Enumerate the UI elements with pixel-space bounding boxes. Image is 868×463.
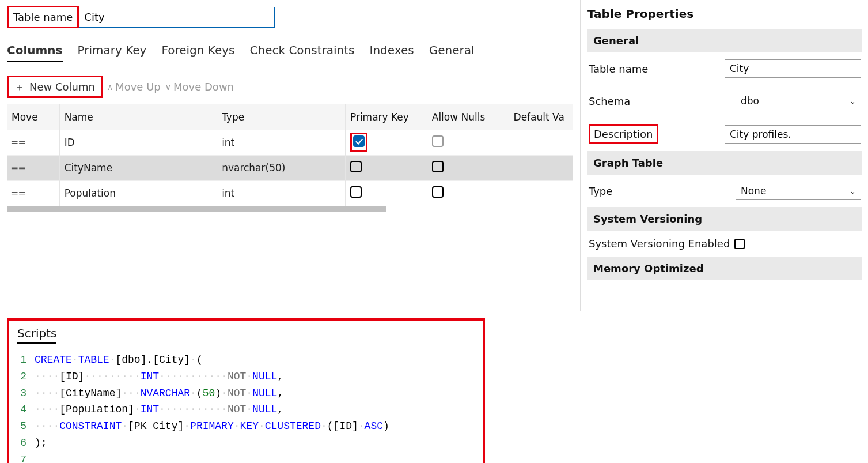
prop-schema-select[interactable]: dbo ⌄ [736,92,861,110]
scrollbar-thumb[interactable] [7,206,386,212]
tab-check-constraints[interactable]: Check Constraints [250,43,355,62]
prop-description-label: Description [589,124,658,144]
nulls-checkbox[interactable] [432,186,444,198]
move-up-button[interactable]: ∧ Move Up [107,81,161,93]
horizontal-scrollbar[interactable] [7,206,386,212]
cell-type[interactable]: int [217,130,346,155]
header-pk: Primary Key [345,104,427,130]
move-down-button[interactable]: ∨ Move Down [165,81,234,93]
prop-table-name-label: Table name [589,63,725,75]
pk-checkbox[interactable] [350,186,362,198]
cell-name[interactable]: ID [59,130,217,155]
scripts-panel: Scripts 1CREATE·TABLE·[dbo].[City]·( 2··… [7,318,485,463]
tab-columns[interactable]: Columns [7,43,63,62]
pk-checkbox[interactable] [350,161,362,172]
section-general: General [587,29,862,52]
columns-grid: Move Name Type Primary Key Allow Nulls D… [7,104,573,206]
properties-title: Table Properties [587,7,862,21]
header-row: Move Name Type Primary Key Allow Nulls D… [7,104,573,130]
section-system-versioning: System Versioning [587,207,862,231]
table-row[interactable]: ══ CityName nvarchar(50) [7,155,573,180]
script-editor[interactable]: 1CREATE·TABLE·[dbo].[City]·( 2····[ID]··… [17,352,475,463]
grip-icon[interactable]: ══ [12,187,26,199]
table-name-input[interactable] [79,7,275,28]
tab-indexes[interactable]: Indexes [370,43,414,62]
plus-icon: ＋ [14,82,25,92]
tab-general[interactable]: General [429,43,475,62]
tab-foreign-keys[interactable]: Foreign Keys [161,43,234,62]
prop-schema-label: Schema [589,95,736,107]
grip-icon[interactable]: ══ [12,162,26,174]
pk-checkbox[interactable] [353,135,365,147]
new-column-button[interactable]: ＋ New Column [7,76,103,98]
cell-type[interactable]: int [217,180,346,206]
nulls-checkbox[interactable] [432,135,444,147]
scripts-tab[interactable]: Scripts [17,326,56,344]
cell-default[interactable] [509,180,573,206]
cell-name[interactable]: Population [59,180,217,206]
sysver-checkbox[interactable] [734,239,745,249]
table-name-label: Table name [7,6,79,28]
prop-type-label: Type [589,185,736,197]
section-memory-optimized: Memory Optimized [587,257,862,280]
tab-primary-key[interactable]: Primary Key [78,43,147,62]
cell-default[interactable] [509,155,573,180]
header-nulls: Allow Nulls [427,104,509,130]
chevron-down-icon: ⌄ [850,97,856,106]
chevron-up-icon: ∧ [107,82,113,92]
cell-name[interactable]: CityName [59,155,217,180]
section-graph-table: Graph Table [587,151,862,175]
header-name: Name [59,104,217,130]
prop-type-select[interactable]: None ⌄ [736,182,861,200]
table-row[interactable]: ══ ID int [7,130,573,155]
grip-icon[interactable]: ══ [12,137,26,148]
cell-type[interactable]: nvarchar(50) [217,155,346,180]
main-panel: Table name Columns Primary Key Foreign K… [0,0,580,311]
prop-table-name-input[interactable] [725,59,861,78]
chevron-down-icon: ∨ [165,82,171,92]
tab-bar: Columns Primary Key Foreign Keys Check C… [7,43,573,62]
chevron-down-icon: ⌄ [850,187,856,195]
columns-table[interactable]: Move Name Type Primary Key Allow Nulls D… [7,104,573,206]
nulls-checkbox[interactable] [432,161,444,172]
table-row[interactable]: ══ Population int [7,180,573,206]
prop-sysver-label: System Versioning Enabled [589,238,730,250]
header-default: Default Va [509,104,573,130]
new-column-label: New Column [29,81,95,93]
properties-panel: Table Properties General Table name Sche… [580,0,868,311]
cell-default[interactable] [509,130,573,155]
header-move: Move [7,104,59,130]
header-type: Type [217,104,346,130]
prop-description-input[interactable] [725,125,861,144]
